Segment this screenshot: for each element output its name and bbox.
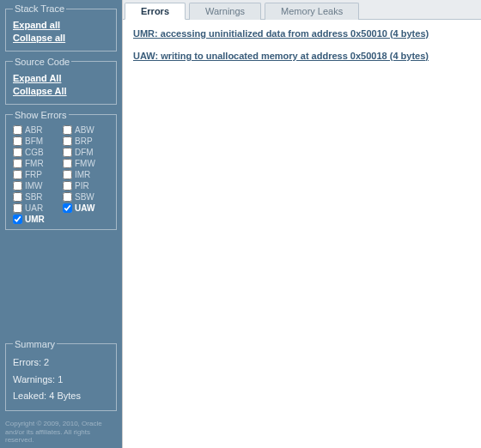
- stack-trace-group: Stack Trace Expand all Collapse all: [5, 3, 117, 51]
- error-filter-label-fmr: FMR: [25, 159, 44, 168]
- error-filter-label-imr: IMR: [75, 170, 90, 179]
- summary-leaked: Leaked: 4 Bytes: [13, 388, 109, 405]
- error-filter-label-pir: PIR: [75, 181, 89, 191]
- error-filter-cgb[interactable]: CGB: [13, 148, 59, 157]
- error-filter-checkbox-pir[interactable]: [63, 181, 72, 191]
- error-filter-fmr[interactable]: FMR: [13, 159, 59, 168]
- expand-all-source-link[interactable]: Expand All: [13, 72, 109, 85]
- sidebar: Stack Trace Expand all Collapse all Sour…: [0, 0, 122, 448]
- error-filter-bfm[interactable]: BFM: [13, 136, 59, 146]
- error-filter-label-fmw: FMW: [75, 159, 95, 168]
- error-filter-label-bfm: BFM: [25, 136, 43, 146]
- summary-legend: Summary: [13, 339, 57, 349]
- error-filter-abr[interactable]: ABR: [13, 125, 59, 135]
- tab-memory-leaks[interactable]: Memory Leaks: [265, 3, 359, 20]
- error-message-uaw[interactable]: UAW: writing to unallocated memory at ad…: [133, 51, 471, 61]
- error-filter-sbr[interactable]: SBR: [13, 192, 59, 202]
- error-filter-checkbox-cgb[interactable]: [13, 148, 22, 157]
- error-filter-uar[interactable]: UAR: [13, 203, 59, 213]
- error-filter-uaw[interactable]: UAW: [63, 203, 109, 213]
- summary-warnings: Warnings: 1: [13, 372, 109, 389]
- error-filter-checkbox-bfm[interactable]: [13, 136, 22, 146]
- error-filter-checkbox-frp[interactable]: [13, 170, 22, 179]
- error-filter-imw[interactable]: IMW: [13, 181, 59, 191]
- error-filter-checkbox-sbr[interactable]: [13, 192, 22, 202]
- error-filter-checkbox-fmr[interactable]: [13, 159, 22, 168]
- collapse-all-stack-link[interactable]: Collapse all: [13, 32, 109, 45]
- error-filter-abw[interactable]: ABW: [63, 125, 109, 135]
- error-filter-imr[interactable]: IMR: [63, 170, 109, 179]
- error-filter-checkbox-umr[interactable]: [13, 215, 22, 224]
- content-area: UMR: accessing uninitialized data from a…: [123, 20, 481, 448]
- error-filter-checkbox-uar[interactable]: [13, 203, 22, 213]
- stack-trace-legend: Stack Trace: [13, 3, 66, 14]
- error-filter-checkbox-brp[interactable]: [63, 136, 72, 146]
- tab-bar: Errors Warnings Memory Leaks: [123, 0, 481, 20]
- source-code-group: Source Code Expand All Collapse All: [5, 57, 117, 105]
- error-filter-frp[interactable]: FRP: [13, 170, 59, 179]
- error-filter-checkbox-uaw[interactable]: [63, 203, 72, 213]
- error-filter-label-sbw: SBW: [75, 192, 94, 202]
- error-filter-brp[interactable]: BRP: [63, 136, 109, 146]
- collapse-all-source-link[interactable]: Collapse All: [13, 85, 109, 98]
- error-filter-label-imw: IMW: [25, 181, 43, 191]
- copyright-text: Copyright © 2009, 2010, Oracle and/or it…: [5, 420, 117, 445]
- error-filter-label-umr: UMR: [25, 215, 45, 224]
- error-filter-dfm[interactable]: DFM: [63, 148, 109, 157]
- error-filter-label-cgb: CGB: [25, 148, 44, 157]
- error-filter-sbw[interactable]: SBW: [63, 192, 109, 202]
- summary-group: Summary Errors: 2 Warnings: 1 Leaked: 4 …: [5, 339, 117, 411]
- error-filter-label-abr: ABR: [25, 125, 43, 135]
- error-filter-label-uar: UAR: [25, 203, 43, 213]
- error-filter-label-abw: ABW: [75, 125, 94, 135]
- error-filter-checkbox-abw[interactable]: [63, 125, 72, 135]
- show-errors-legend: Show Errors: [13, 110, 69, 120]
- main-panel: Errors Warnings Memory Leaks UMR: access…: [122, 0, 481, 448]
- error-filter-checkbox-sbw[interactable]: [63, 192, 72, 202]
- error-filter-label-frp: FRP: [25, 170, 42, 179]
- error-filter-checkbox-dfm[interactable]: [63, 148, 72, 157]
- error-filter-label-brp: BRP: [75, 136, 93, 146]
- error-filter-checkbox-abr[interactable]: [13, 125, 22, 135]
- error-filter-checkbox-fmw[interactable]: [63, 159, 72, 168]
- error-filter-fmw[interactable]: FMW: [63, 159, 109, 168]
- source-code-legend: Source Code: [13, 57, 71, 67]
- summary-errors: Errors: 2: [13, 354, 109, 372]
- tab-warnings[interactable]: Warnings: [189, 3, 261, 20]
- error-filter-checkbox-imw[interactable]: [13, 181, 22, 191]
- error-filter-pir[interactable]: PIR: [63, 181, 109, 191]
- tab-errors[interactable]: Errors: [125, 3, 186, 20]
- error-filter-label-dfm: DFM: [75, 148, 94, 157]
- error-filter-label-sbr: SBR: [25, 192, 43, 202]
- error-message-umr[interactable]: UMR: accessing uninitialized data from a…: [133, 28, 471, 39]
- error-filter-checkbox-imr[interactable]: [63, 170, 72, 179]
- error-filter-label-uaw: UAW: [75, 203, 94, 213]
- show-errors-group: Show Errors ABRABWBFMBRPCGBDFMFMRFMWFRPI…: [5, 110, 117, 230]
- error-filter-umr[interactable]: UMR: [13, 215, 59, 224]
- expand-all-stack-link[interactable]: Expand all: [13, 19, 109, 32]
